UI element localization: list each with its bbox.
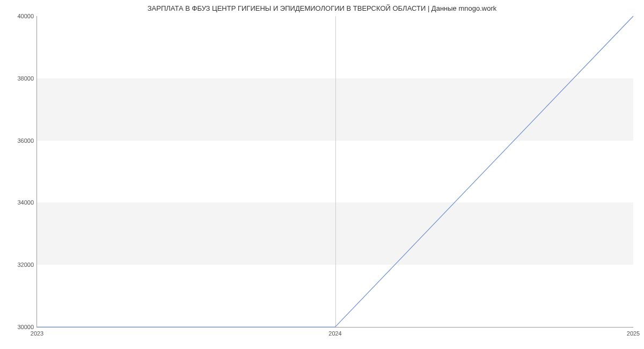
chart-container: ЗАРПЛАТА В ФБУЗ ЦЕНТР ГИГИЕНЫ И ЭПИДЕМИО… xyxy=(0,0,644,349)
x-tick-label: 2024 xyxy=(328,330,341,337)
chart-title: ЗАРПЛАТА В ФБУЗ ЦЕНТР ГИГИЕНЫ И ЭПИДЕМИО… xyxy=(0,4,644,12)
plot-area: 30000 32000 34000 36000 38000 40000 2023… xyxy=(36,16,633,328)
y-tick-label: 34000 xyxy=(17,199,34,206)
y-tick-label: 36000 xyxy=(17,137,34,144)
y-tick-label: 30000 xyxy=(17,324,34,330)
y-tick-label: 40000 xyxy=(17,13,34,19)
line-series xyxy=(37,16,633,327)
x-tick-label: 2023 xyxy=(31,330,43,337)
x-tick-label: 2025 xyxy=(627,330,640,337)
y-tick-label: 32000 xyxy=(17,261,34,268)
y-tick-label: 38000 xyxy=(17,75,34,82)
